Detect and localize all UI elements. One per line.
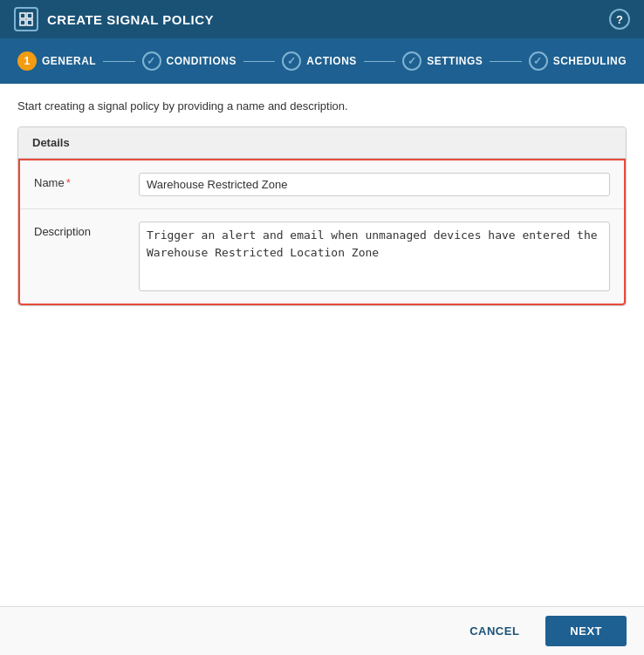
details-body: Name* Description bbox=[18, 159, 626, 305]
svg-rect-0 bbox=[20, 13, 25, 18]
next-button[interactable]: NEXT bbox=[545, 616, 627, 646]
step-divider-4 bbox=[490, 61, 521, 62]
step-settings[interactable]: ✓ SETTINGS bbox=[402, 51, 483, 71]
step-actions-check: ✓ bbox=[282, 51, 301, 71]
description-row: Description bbox=[20, 209, 624, 304]
description-label: Description bbox=[34, 222, 139, 238]
step-scheduling-label: SCHEDULING bbox=[553, 55, 627, 67]
svg-rect-2 bbox=[20, 20, 25, 25]
step-divider-1 bbox=[103, 61, 134, 62]
page-footer: CANCEL NEXT bbox=[0, 606, 644, 655]
name-input[interactable] bbox=[139, 173, 610, 196]
details-card: Details Name* Description bbox=[17, 126, 627, 306]
step-scheduling[interactable]: ✓ SCHEDULING bbox=[529, 51, 627, 71]
app-icon bbox=[14, 7, 38, 31]
help-button[interactable]: ? bbox=[609, 9, 630, 30]
step-divider-3 bbox=[364, 61, 395, 62]
page-title: CREATE SIGNAL POLICY bbox=[47, 12, 214, 27]
description-input[interactable] bbox=[139, 222, 610, 291]
wizard-steps: 1 GENERAL ✓ CONDITIONS ✓ ACTIONS ✓ SETTI… bbox=[0, 38, 644, 84]
name-row: Name* bbox=[20, 160, 624, 209]
svg-rect-1 bbox=[27, 13, 32, 18]
name-label: Name* bbox=[34, 173, 139, 189]
step-general-label: GENERAL bbox=[42, 55, 96, 67]
page-header: CREATE SIGNAL POLICY ? bbox=[0, 0, 644, 38]
details-section-title: Details bbox=[18, 127, 626, 159]
step-general[interactable]: 1 GENERAL bbox=[17, 51, 96, 71]
step-conditions-label: CONDITIONS bbox=[167, 55, 236, 67]
intro-text: Start creating a signal policy by provid… bbox=[17, 99, 627, 113]
step-conditions-check: ✓ bbox=[142, 51, 161, 71]
step-general-number: 1 bbox=[17, 51, 37, 71]
step-actions[interactable]: ✓ ACTIONS bbox=[282, 51, 357, 71]
name-required: * bbox=[66, 176, 71, 189]
step-settings-label: SETTINGS bbox=[427, 55, 483, 67]
step-divider-2 bbox=[243, 61, 275, 62]
main-content: Start creating a signal policy by provid… bbox=[0, 84, 644, 606]
step-actions-label: ACTIONS bbox=[306, 55, 357, 67]
step-scheduling-check: ✓ bbox=[529, 51, 548, 71]
cancel-button[interactable]: CANCEL bbox=[452, 617, 537, 645]
step-settings-check: ✓ bbox=[402, 51, 421, 71]
svg-rect-3 bbox=[27, 20, 32, 25]
step-conditions[interactable]: ✓ CONDITIONS bbox=[142, 51, 236, 71]
